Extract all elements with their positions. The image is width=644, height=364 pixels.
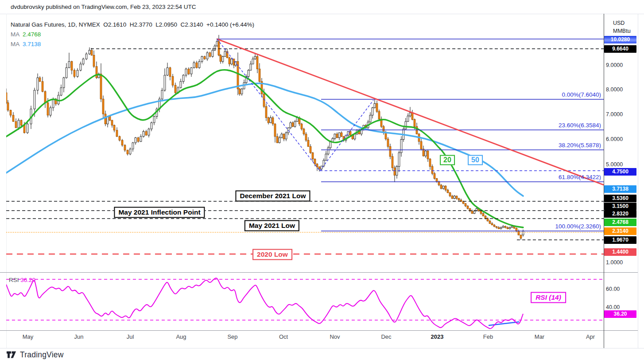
candle-body bbox=[385, 133, 387, 139]
candle-body bbox=[518, 231, 520, 235]
candle-body bbox=[456, 196, 458, 199]
time-axis-label-Feb[interactable]: Feb bbox=[483, 333, 493, 340]
price-pane[interactable] bbox=[5, 35, 604, 254]
tradingview-logo-icon[interactable] bbox=[6, 350, 17, 360]
candle-body bbox=[20, 120, 22, 125]
rsi-14-tag[interactable]: RSI (14) bbox=[531, 292, 566, 303]
candle-body bbox=[248, 70, 249, 76]
candle-body bbox=[127, 150, 128, 154]
ma20-line bbox=[6, 70, 523, 227]
candle-body bbox=[429, 159, 431, 167]
price-badge-1.9670: 1.9670 bbox=[604, 236, 636, 244]
candle-body bbox=[376, 103, 378, 111]
time-axis-label-2023[interactable]: 2023 bbox=[431, 333, 444, 340]
candle-body bbox=[68, 62, 70, 68]
line-rsi-support[interactable] bbox=[489, 322, 519, 325]
candle-body bbox=[10, 110, 12, 115]
candle-body bbox=[436, 179, 438, 182]
time-axis-label-Nov[interactable]: Nov bbox=[330, 333, 340, 340]
time-axis-label-Aug[interactable]: Aug bbox=[176, 333, 186, 340]
time-axis-label-Jun[interactable]: Jun bbox=[74, 333, 84, 340]
candle-body bbox=[485, 216, 486, 219]
line-fib-anchor-leg2[interactable] bbox=[320, 100, 373, 171]
candle-body bbox=[206, 53, 208, 59]
candle-body bbox=[440, 185, 442, 188]
line-downtrend[interactable] bbox=[217, 39, 604, 185]
candle-body bbox=[12, 115, 14, 121]
candle-body bbox=[396, 167, 398, 176]
candle-body bbox=[323, 160, 325, 166]
annotation-may-2021-low[interactable]: May 2021 Low bbox=[244, 220, 299, 231]
candle-body bbox=[121, 140, 123, 145]
candle-body bbox=[431, 167, 433, 174]
candle-body bbox=[498, 227, 500, 229]
candle-body bbox=[52, 99, 54, 108]
time-axis-label-Dec[interactable]: Dec bbox=[381, 333, 391, 340]
tradingview-brand-text[interactable]: TradingView bbox=[20, 350, 64, 360]
candle-body bbox=[23, 125, 25, 133]
time-axis-label-Oct[interactable]: Oct bbox=[279, 333, 288, 340]
rsi-pane[interactable] bbox=[6, 278, 604, 329]
candle-body bbox=[491, 223, 493, 225]
candle-body bbox=[378, 111, 380, 119]
candle-body bbox=[400, 140, 402, 153]
candle-body bbox=[250, 64, 252, 70]
candle-body bbox=[175, 85, 176, 93]
axis-unit-usd: USD bbox=[613, 20, 625, 26]
fib-label: 23.60%(6.3584) bbox=[559, 122, 601, 129]
candle-body bbox=[349, 132, 351, 135]
ma20-tag[interactable]: 20 bbox=[440, 155, 455, 165]
candle-body bbox=[180, 82, 182, 88]
price-badge-36.20: 36.20 bbox=[604, 310, 636, 318]
time-axis-label-Sep[interactable]: Sep bbox=[227, 333, 237, 340]
candle-body bbox=[111, 120, 113, 125]
candle-body bbox=[454, 196, 455, 199]
fib-label: 38.20%(5.5878) bbox=[559, 142, 601, 149]
candle-body bbox=[425, 151, 427, 156]
candle-body bbox=[63, 78, 65, 88]
annotation-december-2021-low[interactable]: December 2021 Low bbox=[235, 191, 310, 202]
candle-body bbox=[89, 50, 90, 54]
candle-body bbox=[77, 70, 78, 76]
time-axis-label-Jul[interactable]: Jul bbox=[127, 333, 134, 340]
time-axis-label-May[interactable]: May bbox=[23, 333, 34, 340]
axis-label: 6.0000 bbox=[606, 136, 635, 142]
candle-body bbox=[465, 204, 466, 206]
candle-body bbox=[489, 221, 491, 223]
candle-body bbox=[259, 69, 260, 82]
candle-body bbox=[312, 153, 314, 159]
time-axis-label-Mar[interactable]: Mar bbox=[535, 333, 544, 340]
candle-body bbox=[334, 134, 336, 138]
candle-body bbox=[161, 90, 163, 99]
candle-body bbox=[445, 186, 446, 190]
candle-body bbox=[507, 227, 508, 229]
candle-body bbox=[256, 56, 258, 69]
ma50-tag[interactable]: 50 bbox=[468, 155, 483, 165]
candle-body bbox=[407, 116, 409, 121]
candle-body bbox=[113, 125, 115, 130]
candle-body bbox=[129, 149, 131, 154]
candle-body bbox=[509, 227, 511, 229]
candle-body bbox=[44, 91, 46, 102]
candle-body bbox=[254, 56, 256, 59]
candle-body bbox=[496, 227, 497, 227]
annotation-2020-low[interactable]: 2020 Low bbox=[252, 249, 292, 260]
annotation-may-2021-inflection-point[interactable]: May 2021 Inflection Point bbox=[114, 207, 205, 218]
candle-body bbox=[148, 129, 150, 135]
candle-body bbox=[212, 50, 213, 56]
candle-body bbox=[303, 129, 305, 134]
chart-canvas[interactable] bbox=[0, 0, 644, 364]
fib-label: 100.00%(2.3260) bbox=[555, 223, 601, 230]
price-badge-3.7138: 3.7138 bbox=[604, 185, 636, 193]
candle-body bbox=[231, 59, 233, 64]
candle-body bbox=[96, 67, 97, 78]
candle-body bbox=[27, 124, 28, 133]
candle-body bbox=[305, 134, 307, 140]
candle-body bbox=[434, 173, 435, 178]
candle-body bbox=[409, 113, 411, 116]
rsi-line bbox=[6, 278, 523, 329]
time-axis-label-Apr[interactable]: Apr bbox=[586, 333, 595, 340]
candle-body bbox=[480, 211, 482, 214]
candle-body bbox=[394, 168, 396, 175]
candle-body bbox=[34, 90, 35, 109]
